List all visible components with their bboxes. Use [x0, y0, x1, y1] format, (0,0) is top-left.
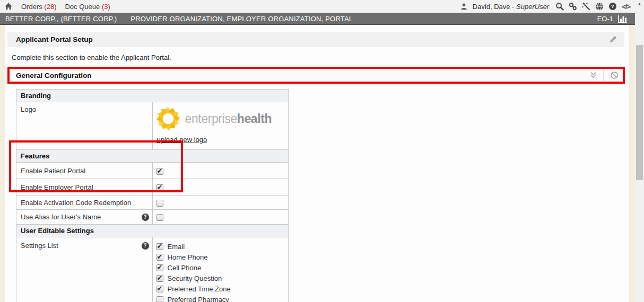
setting-item-preferred-time-zone: Preferred Time Zone [156, 284, 288, 294]
settings-list-label: Settings List [21, 242, 58, 250]
globe-icon[interactable] [595, 2, 604, 11]
home-phone-label: Home Phone [168, 253, 208, 261]
page-title: Applicant Portal Setup [16, 35, 93, 43]
help-icon[interactable] [142, 214, 149, 221]
current-user-menu[interactable]: David, Dave - SuperUser [473, 3, 550, 11]
organization-bar-right: EO-1 [597, 13, 629, 24]
page-background: Applicant Portal Setup Complete this sec… [0, 25, 635, 302]
link-icon[interactable] [569, 2, 577, 11]
org-code-label: EO-1 [597, 15, 613, 23]
enable-employer-portal-row: Enable Employer Portal [16, 179, 289, 196]
organization-bar-left: BETTER CORP., (BETTER CORP.) PROVIDER OR… [5, 13, 353, 24]
activation-code-checkbox[interactable] [156, 200, 163, 207]
orders-count-badge: (28) [44, 3, 56, 11]
user-editable-section-row: User Editable Settings [16, 225, 289, 237]
nav-orders-link[interactable]: Orders (28) [21, 3, 56, 11]
logo-label: Logo [16, 102, 153, 150]
setting-item-email: Email [156, 242, 288, 252]
upload-new-logo-link[interactable]: upload new logo [157, 136, 207, 144]
user-name-text: David, Dave - [473, 3, 516, 11]
code-icon[interactable]: </> [622, 3, 630, 11]
features-section-row: Features [16, 150, 289, 163]
preferred-time-zone-checkbox[interactable] [156, 286, 163, 292]
home-phone-checkbox[interactable] [156, 254, 163, 261]
wand-icon[interactable] [582, 2, 590, 11]
setting-item-cell-phone: Cell Phone [156, 263, 288, 273]
logo-sunburst-icon [156, 106, 180, 131]
activation-code-label: Enable Activation Code Redemption [16, 196, 153, 210]
enable-patient-portal-label: Enable Patient Portal [16, 163, 153, 179]
search-icon[interactable] [555, 2, 564, 11]
section-header-branding: Branding [16, 90, 289, 102]
section-header-features: Features [16, 150, 289, 163]
branding-section-row: Branding [16, 90, 289, 102]
security-question-checkbox[interactable] [156, 275, 163, 282]
section-description: Complete this section to enable the Appl… [12, 54, 171, 61]
general-configuration-title: General Configuration [16, 72, 92, 79]
section-header-user-editable: User Editable Settings [16, 225, 289, 237]
scrollbar-up-arrow[interactable]: ▲ [635, 2, 644, 7]
nav-doc-queue-label: Doc Queue [65, 3, 100, 11]
applicant-portal-setup-header: Applicant Portal Setup [7, 32, 624, 47]
settings-list-row: Settings List Email Home Phone [16, 237, 289, 302]
config-table: Branding Logo [16, 89, 289, 302]
enable-employer-portal-label: Enable Employer Portal [16, 179, 153, 196]
setting-item-preferred-pharmacy: Preferred Pharmacy [156, 295, 288, 302]
logo-row: Logo [16, 102, 289, 150]
content-panel: Applicant Portal Setup Complete this sec… [5, 25, 629, 302]
scrollbar-thumb[interactable] [636, 45, 643, 180]
email-checkbox[interactable] [156, 243, 163, 250]
preferred-pharmacy-label: Preferred Pharmacy [168, 296, 229, 302]
topbar-right-tools: David, Dave - SuperUser ? </> [460, 0, 630, 13]
collapse-chevrons-icon[interactable] [590, 72, 597, 78]
doc-queue-count-badge: (3) [102, 3, 110, 11]
setting-item-home-phone: Home Phone [156, 252, 288, 262]
svg-text:?: ? [611, 3, 614, 9]
disable-ban-icon[interactable] [610, 71, 619, 79]
preferred-pharmacy-checkbox[interactable] [156, 296, 163, 302]
use-alias-row: Use Alias for User's Name [16, 210, 289, 225]
header-divider [603, 69, 604, 81]
settings-list-options: Email Home Phone Cell Phone Security Que… [152, 237, 288, 302]
topbar-left-nav: Orders (28) Doc Queue (3) [4, 0, 110, 13]
enable-patient-portal-checkbox[interactable] [156, 168, 163, 175]
bar-chart-icon[interactable] [617, 14, 629, 23]
cell-phone-label: Cell Phone [168, 264, 202, 272]
setting-item-security-question: Security Question [156, 273, 288, 283]
logo-wordmark-light: enterprise [185, 112, 237, 126]
use-alias-label: Use Alias for User's Name [21, 213, 101, 221]
activation-code-row: Enable Activation Code Redemption [16, 196, 289, 210]
top-utility-bar: Orders (28) Doc Queue (3) David, Dave - … [0, 0, 644, 13]
vertical-scrollbar[interactable]: ▲ [635, 0, 644, 302]
logo-wordmark-bold: health [237, 112, 272, 126]
security-question-label: Security Question [168, 274, 222, 282]
help-icon[interactable] [142, 242, 149, 250]
logo-wordmark: enterprisehealth [185, 112, 272, 126]
general-configuration-header: General Configuration [7, 67, 625, 84]
org-primary-label: BETTER CORP., (BETTER CORP.) [5, 15, 117, 23]
nav-doc-queue-link[interactable]: Doc Queue (3) [65, 3, 110, 11]
use-alias-checkbox[interactable] [156, 214, 163, 221]
email-label: Email [168, 243, 185, 251]
enable-patient-portal-row: Enable Patient Portal [16, 163, 289, 179]
home-icon[interactable] [4, 2, 13, 11]
edit-pencil-icon[interactable] [609, 35, 617, 43]
preferred-time-zone-label: Preferred Time Zone [168, 285, 231, 293]
help-circle-icon[interactable]: ? [608, 2, 617, 11]
org-secondary-label: PROVIDER ORGANIZATION, EMPLOYER ORGANIZA… [130, 15, 353, 23]
cell-phone-checkbox[interactable] [156, 264, 163, 271]
nav-orders-label: Orders [21, 3, 42, 11]
enable-employer-portal-checkbox[interactable] [156, 184, 163, 191]
user-icon [460, 3, 468, 11]
enterprise-health-logo: enterprisehealth [156, 105, 288, 132]
organization-bar: BETTER CORP., (BETTER CORP.) PROVIDER OR… [0, 13, 644, 25]
user-role-text: SuperUser [516, 3, 549, 11]
